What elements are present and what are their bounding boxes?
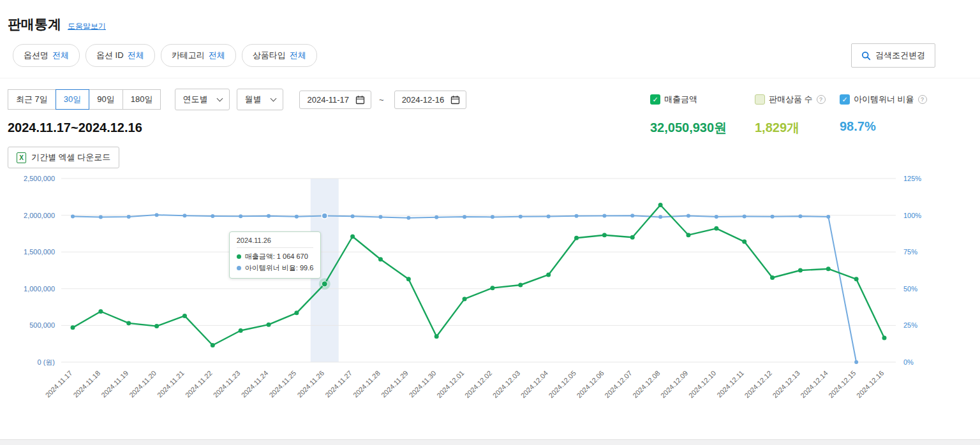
filter-bar: 옵션명 전체 옵션 ID 전체 카테고리 전체 상품타입 전체 검색조건변경 (0, 41, 980, 78)
svg-text:2,000,000: 2,000,000 (24, 212, 55, 219)
checkbox-product-count[interactable] (755, 94, 765, 105)
svg-text:75%: 75% (903, 248, 917, 256)
title-row: 판매통계 도움말보기 (0, 0, 980, 41)
svg-text:2024.12.14: 2024.12.14 (799, 369, 829, 399)
calendar-icon[interactable] (450, 95, 460, 105)
calendar-icon[interactable] (355, 95, 365, 105)
filter-pill-option-id[interactable]: 옵션 ID 전체 (85, 44, 155, 67)
highlight-point-sales (322, 281, 327, 287)
date-from-input[interactable]: 2024-11-17 (299, 91, 371, 109)
search-button-label: 검색조건변경 (875, 50, 925, 61)
month-dropdown[interactable]: 월별 (237, 89, 283, 110)
svg-text:2024.11.28: 2024.11.28 (352, 369, 382, 399)
year-dropdown[interactable]: 연도별 (175, 89, 230, 110)
controls-row: 최근 7일 30일 90일 180일 연도별 월별 2024-11-17 ~ 2… (0, 78, 980, 110)
tooltip-sales-row: 매출금액: 1 064 670 (245, 252, 308, 261)
gridlines-and-axis-labels: 0 (원)0%500,00025%1,000,00050%1,500,00075… (24, 175, 921, 366)
product-count-value: 1,829개 (755, 119, 840, 136)
series-sales-amount-line (71, 203, 887, 347)
checkbox-itemwinner-ratio[interactable]: ✓ (840, 94, 850, 105)
date-to-input[interactable]: 2024-12-16 (394, 91, 467, 109)
svg-text:2024.12.11: 2024.12.11 (715, 369, 745, 399)
svg-text:500,000: 500,000 (29, 321, 55, 329)
svg-text:25%: 25% (903, 321, 917, 329)
svg-text:2024.12.12: 2024.12.12 (743, 369, 773, 399)
filter-pill-value: 전체 (290, 50, 306, 61)
metric-toggle-sales-amount[interactable]: ✓ 매출금액 (650, 94, 755, 105)
range-button-180d[interactable]: 180일 (122, 89, 161, 110)
svg-text:2024.12.04: 2024.12.04 (519, 369, 549, 399)
svg-text:2024.12.10: 2024.12.10 (687, 369, 717, 399)
svg-text:100%: 100% (903, 212, 921, 219)
metric-label-sales-amount: 매출금액 (664, 94, 697, 105)
svg-text:2024.12.09: 2024.12.09 (659, 369, 689, 399)
filter-pill-product-type[interactable]: 상품타입 전체 (242, 44, 317, 67)
svg-text:2024.12.07: 2024.12.07 (603, 369, 633, 399)
svg-text:2024.12.03: 2024.12.03 (491, 369, 521, 399)
excel-download-button[interactable]: X 기간별 엑셀 다운로드 (8, 147, 119, 168)
range-button-90d[interactable]: 90일 (89, 89, 122, 110)
filter-pill-category[interactable]: 카테고리 전체 (161, 44, 236, 67)
x-axis-labels: 2024.11.172024.11.182024.11.192024.11.20… (44, 369, 886, 399)
svg-text:2024.12.13: 2024.12.13 (771, 369, 801, 399)
svg-text:2024.11.18: 2024.11.18 (71, 369, 101, 399)
help-link[interactable]: 도움말보기 (68, 21, 106, 32)
date-separator: ~ (379, 95, 384, 105)
metric-values: 32,050,930원 1,829개 98.7% (650, 119, 935, 136)
metric-label-itemwinner-ratio: 아이템위너 비율 (854, 94, 914, 105)
metric-label-product-count: 판매상품 수 (769, 94, 813, 105)
excel-icon: X (17, 152, 26, 163)
svg-text:2024.11.20: 2024.11.20 (128, 369, 158, 399)
search-icon (861, 51, 871, 61)
tooltip-ratio-row: 아이템위너 비율: 99.6 (245, 263, 314, 273)
summary-row: 2024.11.17~2024.12.16 32,050,930원 1,829개… (0, 110, 980, 136)
chart-tooltip: 2024.11.26 매출금액: 1 064 670 아이템위너 비율: 99.… (229, 231, 322, 279)
tooltip-date: 2024.11.26 (237, 237, 314, 248)
svg-text:1,500,000: 1,500,000 (24, 248, 55, 256)
range-button-recent-7d[interactable]: 최근 7일 (8, 89, 56, 110)
svg-text:2024.12.02: 2024.12.02 (463, 369, 493, 399)
svg-text:2024.11.17: 2024.11.17 (44, 369, 74, 399)
metric-legend: ✓ 매출금액 판매상품 수 ? ✓ 아이템위너 비율 ? (650, 94, 935, 105)
range-button-30d[interactable]: 30일 (56, 89, 89, 110)
svg-text:2,500,000: 2,500,000 (24, 175, 55, 182)
svg-text:0%: 0% (903, 358, 914, 366)
svg-text:2024.11.19: 2024.11.19 (100, 369, 130, 399)
checkbox-sales-amount[interactable]: ✓ (650, 94, 660, 105)
date-range-segmented: 최근 7일 30일 90일 180일 (8, 89, 161, 110)
sales-amount-value: 32,050,930원 (650, 119, 755, 136)
svg-text:2024.12.06: 2024.12.06 (575, 369, 605, 399)
svg-text:2024.12.01: 2024.12.01 (435, 369, 465, 399)
sales-chart[interactable]: 0 (원)0%500,00025%1,000,00050%1,500,00075… (3, 171, 980, 414)
filter-pill-label: 옵션명 (24, 50, 48, 61)
period-title: 2024.11.17~2024.12.16 (8, 120, 142, 135)
svg-text:2024.11.22: 2024.11.22 (184, 369, 214, 399)
svg-text:2024.12.08: 2024.12.08 (631, 369, 661, 399)
metric-toggle-product-count[interactable]: 판매상품 수 ? (755, 94, 840, 105)
search-condition-button[interactable]: 검색조건변경 (851, 43, 935, 68)
svg-text:2024.11.27: 2024.11.27 (323, 369, 353, 399)
question-icon[interactable]: ? (817, 95, 826, 104)
svg-text:2024.11.25: 2024.11.25 (267, 369, 297, 399)
svg-text:50%: 50% (903, 285, 917, 293)
excel-button-label: 기간별 엑셀 다운로드 (31, 152, 110, 163)
svg-text:2024.11.26: 2024.11.26 (295, 369, 325, 399)
blue-dot-icon (237, 266, 241, 270)
metric-toggle-itemwinner-ratio[interactable]: ✓ 아이템위너 비율 ? (840, 94, 935, 105)
svg-text:2024.12.16: 2024.12.16 (855, 369, 885, 399)
svg-text:2024.12.05: 2024.12.05 (547, 369, 577, 399)
question-icon[interactable]: ? (918, 95, 927, 104)
filter-pill-option-name[interactable]: 옵션명 전체 (13, 44, 80, 67)
svg-text:2024.12.15: 2024.12.15 (827, 369, 857, 399)
page-title: 판매통계 (8, 15, 61, 33)
sales-statistics-page: 판매통계 도움말보기 옵션명 전체 옵션 ID 전체 카테고리 전체 상품타입 … (0, 0, 980, 414)
svg-text:0 (원): 0 (원) (38, 358, 56, 366)
chart-canvas[interactable]: 0 (원)0%500,00025%1,000,00050%1,500,00075… (3, 171, 940, 412)
bottom-divider (0, 439, 980, 445)
svg-text:2024.11.29: 2024.11.29 (380, 369, 410, 399)
green-dot-icon (237, 254, 241, 259)
filter-pill-label: 상품타입 (253, 50, 286, 61)
year-dropdown-label: 연도별 (182, 94, 207, 105)
svg-text:2024.11.21: 2024.11.21 (156, 369, 186, 399)
itemwinner-ratio-value: 98.7% (840, 119, 935, 136)
